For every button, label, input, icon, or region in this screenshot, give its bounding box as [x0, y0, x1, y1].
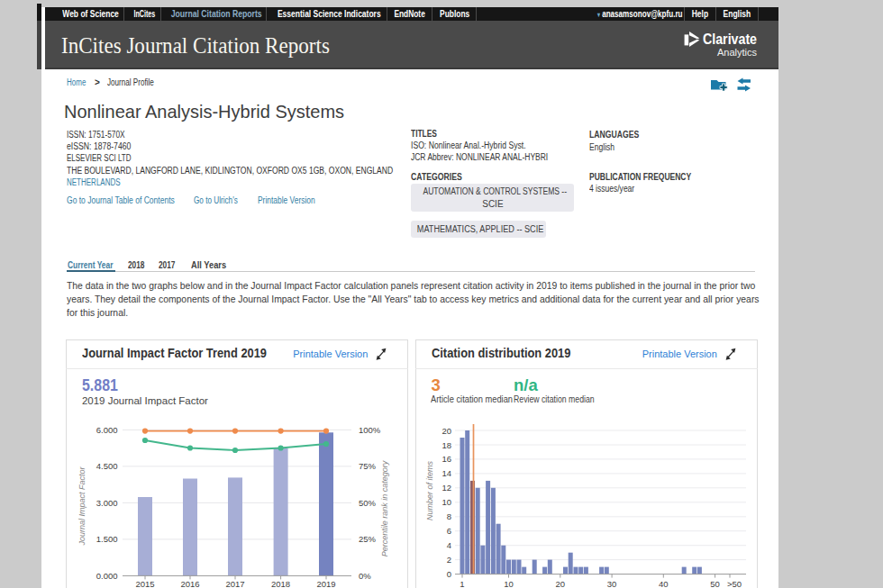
svg-text:Percentile rank in category: Percentile rank in category	[380, 460, 389, 556]
svg-text:10: 10	[442, 497, 451, 507]
svg-text:0%: 0%	[359, 571, 371, 581]
svg-text:1: 1	[460, 579, 464, 588]
svg-text:30: 30	[607, 579, 617, 588]
svg-text:4.500: 4.500	[96, 461, 118, 471]
svg-text:14: 14	[442, 468, 451, 478]
svg-text:18: 18	[442, 440, 451, 450]
svg-text:8: 8	[447, 511, 451, 521]
svg-text:2015: 2015	[135, 579, 154, 588]
svg-text:Journal Impact Factor: Journal Impact Factor	[77, 466, 86, 546]
svg-text:0: 0	[447, 569, 451, 579]
svg-text:3.000: 3.000	[96, 498, 118, 508]
svg-text:2016: 2016	[180, 579, 199, 588]
svg-text:50%: 50%	[359, 498, 377, 508]
svg-text:50: 50	[710, 579, 720, 588]
svg-text:2: 2	[447, 555, 451, 565]
svg-text:>50: >50	[727, 579, 742, 588]
svg-text:25%: 25%	[359, 534, 377, 544]
svg-text:6: 6	[447, 526, 451, 536]
svg-text:6.000: 6.000	[96, 425, 118, 435]
svg-text:12: 12	[442, 483, 451, 493]
svg-text:2017: 2017	[225, 579, 244, 588]
svg-text:1.500: 1.500	[96, 534, 118, 544]
svg-text:40: 40	[659, 579, 669, 588]
svg-text:2018: 2018	[271, 579, 290, 588]
svg-text:20: 20	[442, 426, 451, 436]
svg-text:0.000: 0.000	[96, 571, 118, 581]
svg-text:75%: 75%	[359, 461, 377, 471]
svg-text:4: 4	[447, 540, 451, 550]
svg-text:100%: 100%	[359, 425, 381, 435]
svg-text:10: 10	[504, 579, 514, 588]
svg-text:20: 20	[556, 579, 566, 588]
svg-text:16: 16	[442, 454, 451, 464]
svg-text:Number of items: Number of items	[425, 460, 434, 520]
svg-text:2019: 2019	[316, 579, 335, 588]
